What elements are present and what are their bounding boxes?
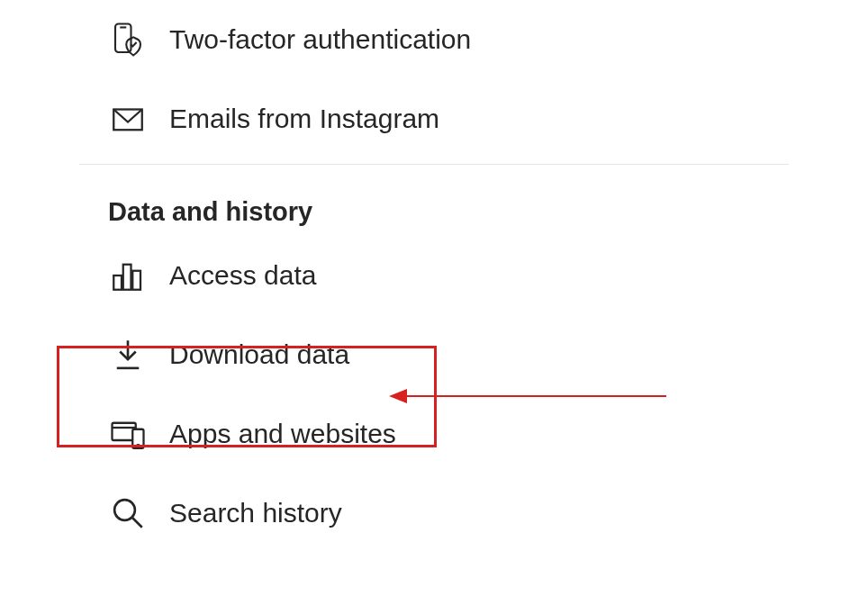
menu-item-label: Emails from Instagram <box>169 104 439 134</box>
svg-rect-5 <box>132 271 140 290</box>
svg-point-12 <box>114 500 135 520</box>
menu-item-label: Apps and websites <box>169 419 396 449</box>
menu-item-label: Download data <box>169 339 349 370</box>
menu-item-search-history[interactable]: Search history <box>0 474 868 553</box>
download-icon <box>108 335 148 375</box>
email-icon <box>108 99 148 139</box>
svg-rect-3 <box>113 275 122 290</box>
menu-item-label: Two-factor authentication <box>169 24 471 55</box>
menu-item-label: Access data <box>169 260 316 291</box>
two-factor-icon <box>108 20 148 59</box>
menu-item-emails[interactable]: Emails from Instagram <box>0 79 868 158</box>
menu-item-access-data[interactable]: Access data <box>0 236 868 315</box>
menu-item-two-factor[interactable]: Two-factor authentication <box>0 0 868 79</box>
section-header-data: Data and history <box>0 170 868 236</box>
section-divider <box>79 164 789 165</box>
devices-icon <box>108 414 148 454</box>
svg-rect-4 <box>123 265 131 290</box>
menu-item-label: Search history <box>169 498 342 528</box>
menu-item-apps-websites[interactable]: Apps and websites <box>0 394 868 474</box>
svg-line-13 <box>132 518 142 528</box>
search-icon <box>108 493 148 533</box>
settings-list: Two-factor authentication Emails from In… <box>0 0 868 553</box>
bar-chart-icon <box>108 256 148 295</box>
menu-item-download-data[interactable]: Download data <box>0 315 868 394</box>
